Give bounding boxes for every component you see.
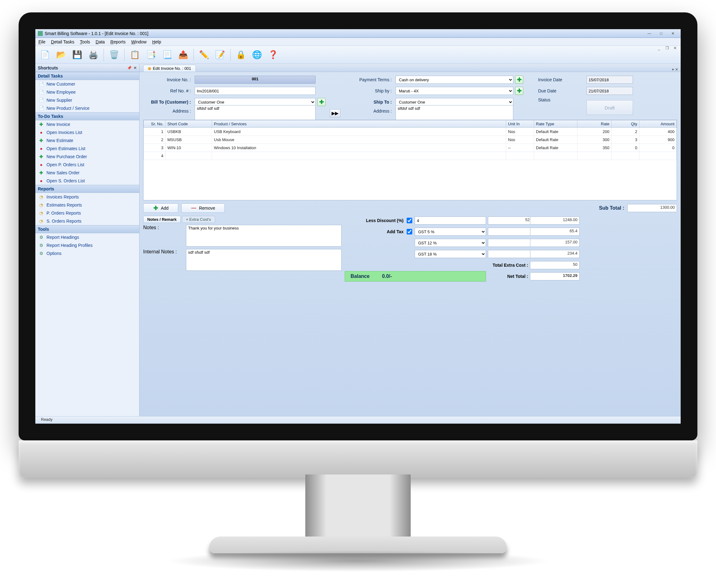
group-detail-tasks[interactable]: Detail Tasks: [35, 72, 139, 80]
col-short[interactable]: Short Code: [166, 120, 212, 128]
panel-close-icon[interactable]: ✕: [134, 66, 137, 70]
tax1-select[interactable]: GST 5 %: [415, 228, 486, 236]
table-row[interactable]: 4: [144, 152, 677, 160]
lock-icon[interactable]: 🔒: [234, 48, 248, 62]
net-total-label: Net Total :: [488, 274, 528, 279]
payment-terms-label: Payment Terms :: [350, 77, 394, 82]
extra-cost-label: Total Extra Cost :: [488, 263, 528, 268]
discount-pct-field[interactable]: [415, 216, 486, 225]
sidebar-so-reports[interactable]: ◔S. Orders Reports: [35, 217, 139, 225]
tab-edit-invoice[interactable]: Edit Invoice No. : 001: [143, 65, 196, 72]
sidebar-po-reports[interactable]: ◔P. Orders Reports: [35, 209, 139, 217]
col-product[interactable]: Product / Services: [212, 120, 506, 128]
pin-icon[interactable]: 📌: [127, 66, 132, 70]
group-todo-tasks[interactable]: To-Do Tasks: [35, 112, 139, 120]
minimize-button[interactable]: —: [644, 31, 655, 36]
close-button[interactable]: ✕: [668, 31, 678, 36]
menu-reports[interactable]: Reports: [110, 39, 126, 44]
mdi-close-button[interactable]: ✕: [671, 46, 679, 50]
col-rate[interactable]: Rate: [578, 120, 611, 128]
sidebar-report-headings[interactable]: ⚙Report Headings: [35, 233, 139, 241]
discount-checkbox[interactable]: [407, 218, 412, 223]
sidebar-new-supplier[interactable]: 📄New Supplier: [35, 96, 139, 104]
col-qty[interactable]: Qty: [611, 120, 639, 128]
tab-extra-costs[interactable]: + Extra Cost's: [182, 216, 215, 223]
status-label: Status: [538, 98, 585, 102]
print-icon[interactable]: 🖨️: [86, 48, 101, 62]
invoice-date-field[interactable]: [586, 76, 633, 84]
menu-tools[interactable]: Tools: [80, 39, 90, 44]
globe-icon[interactable]: 🌐: [250, 48, 264, 62]
sidebar-open-po[interactable]: ●Open P. Orders List: [35, 161, 139, 169]
remove-line-button[interactable]: —Remove: [181, 204, 225, 213]
table-row[interactable]: 1USBKBUSB KeyboardNosDefault Rate2002400: [144, 128, 677, 136]
list3-icon[interactable]: 📃: [160, 48, 174, 62]
subtotal-label: Sub Total :: [599, 205, 624, 211]
edit-icon[interactable]: ✏️: [197, 48, 211, 62]
tab-notes-remark[interactable]: Notes / Remark: [143, 216, 181, 223]
col-amount[interactable]: Amount: [639, 120, 677, 128]
menu-data[interactable]: Data: [96, 39, 105, 44]
menu-file[interactable]: File: [39, 39, 46, 44]
list2-icon[interactable]: 📑: [144, 48, 158, 62]
tab-pin-icon[interactable]: ▾: [672, 67, 674, 72]
sidebar-open-estimates[interactable]: ●Open Estimates List: [35, 145, 139, 152]
list1-icon[interactable]: 📋: [128, 48, 142, 62]
ship-by-label: Ship by :: [350, 88, 394, 93]
sidebar-open-invoices[interactable]: ●Open Invoices List: [35, 128, 139, 136]
sidebar-options[interactable]: ⚙Options: [35, 249, 139, 257]
sidebar-estimate-reports[interactable]: ◔Estimates Reports: [35, 201, 139, 209]
sidebar-new-customer[interactable]: 📄New Customer: [35, 80, 139, 88]
col-unit[interactable]: Unit In: [506, 120, 534, 128]
add-shipper-button[interactable]: ✚: [515, 87, 523, 95]
save-icon[interactable]: 💾: [70, 48, 84, 62]
sidebar-new-product[interactable]: 📄New Product / Service: [35, 104, 139, 112]
col-sr[interactable]: Sr. No.: [144, 120, 166, 128]
sidebar-open-so[interactable]: ●Open S. Orders List: [35, 177, 139, 185]
tax3-select[interactable]: GST 18 %: [415, 250, 486, 258]
mdi-minimize-button[interactable]: _: [655, 46, 663, 50]
maximize-button[interactable]: □: [656, 31, 667, 36]
table-row[interactable]: 3WIN-10Windows 10 Installation--Default …: [144, 144, 677, 152]
group-tools[interactable]: Tools: [35, 225, 139, 233]
menu-window[interactable]: Window: [131, 39, 147, 44]
copy-address-button[interactable]: ▶▶: [330, 109, 340, 117]
payment-terms-select[interactable]: Cash on delivery: [395, 76, 513, 84]
addtax-checkbox[interactable]: [407, 229, 412, 234]
address-textarea[interactable]: [195, 105, 316, 121]
ship-by-select[interactable]: Maruti - 4X: [395, 87, 513, 95]
sidebar-new-so[interactable]: ✚New Sales Order: [35, 169, 139, 177]
tax2-select[interactable]: GST 12 %: [415, 239, 486, 247]
open-icon[interactable]: 📂: [54, 48, 68, 62]
export-icon[interactable]: 📤: [176, 48, 190, 62]
add-customer-button[interactable]: ✚: [318, 98, 325, 106]
sidebar-new-estimate[interactable]: ✚New Estimate: [35, 136, 139, 145]
mdi-restore-button[interactable]: ❐: [663, 46, 671, 50]
group-reports[interactable]: Reports: [35, 185, 139, 193]
menu-help[interactable]: Help: [152, 39, 161, 44]
col-ratetype[interactable]: Rate Type: [534, 120, 578, 128]
due-date-field[interactable]: [586, 87, 633, 95]
sidebar-new-employee[interactable]: 📄New Employee: [35, 88, 139, 96]
ship-address-textarea[interactable]: [395, 105, 513, 121]
status-button[interactable]: Draft: [586, 100, 633, 115]
sidebar-invoice-reports[interactable]: ◔Invoices Reports: [35, 193, 139, 201]
tab-close-icon[interactable]: ✕: [675, 67, 678, 72]
sidebar-new-invoice[interactable]: ✚New Invoice: [35, 120, 139, 128]
delete-icon[interactable]: 🗑️: [107, 48, 121, 62]
note-icon[interactable]: 📝: [213, 48, 227, 62]
help-icon[interactable]: ❓: [266, 48, 280, 62]
line-items-table[interactable]: Sr. No. Short Code Product / Services Un…: [143, 120, 677, 200]
add-line-button[interactable]: ✚Add: [143, 204, 178, 213]
new-icon[interactable]: 📄: [38, 48, 52, 62]
menu-detail-tasks[interactable]: Detail Tasks: [51, 39, 74, 44]
shortcuts-title: Shortcuts: [38, 65, 58, 70]
sidebar-new-po[interactable]: ✚New Purchase Order: [35, 152, 139, 161]
window-title: Smart Billing Software - 1.0.1 - [Edit I…: [45, 31, 149, 36]
sidebar-report-profiles[interactable]: ⚙Report Heading Profiles: [35, 241, 139, 249]
internal-notes-textarea[interactable]: [186, 249, 342, 271]
table-row[interactable]: 2MSUSBUsb MouseNosDefault Rate3003900: [144, 136, 677, 144]
notes-textarea[interactable]: [186, 225, 342, 247]
ref-no-field[interactable]: [195, 87, 316, 95]
add-payment-term-button[interactable]: ✚: [515, 76, 523, 84]
